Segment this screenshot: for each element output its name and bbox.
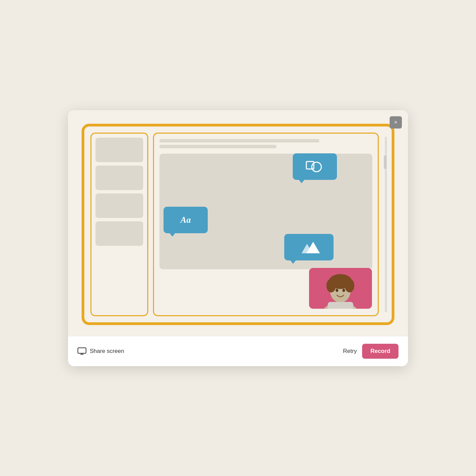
- content-line-2: [159, 145, 276, 148]
- inner-sidebar: [90, 133, 148, 316]
- bubble-image: [284, 234, 334, 260]
- content-line-1: [159, 139, 319, 142]
- toolbar: Share screen Retry Record: [68, 336, 408, 366]
- svg-point-14: [342, 289, 345, 292]
- person-illustration: [309, 268, 372, 309]
- bubble-shapes: [293, 153, 337, 180]
- sidebar-block-4: [96, 221, 143, 246]
- mountains-icon: [298, 240, 320, 255]
- modal-body: ×: [68, 110, 408, 336]
- svg-point-12: [339, 275, 350, 285]
- retry-button[interactable]: Retry: [343, 348, 357, 355]
- toolbar-right: Retry Record: [343, 344, 398, 359]
- screen-frame: Aa: [82, 124, 394, 325]
- sidebar-block-2: [96, 166, 143, 190]
- modal-card: ×: [68, 110, 408, 366]
- svg-rect-16: [78, 348, 86, 353]
- sidebar-block-1: [96, 138, 143, 162]
- svg-point-13: [336, 289, 338, 292]
- share-screen-label: Share screen: [90, 348, 124, 355]
- text-icon: Aa: [181, 215, 191, 225]
- close-icon: ×: [394, 119, 397, 125]
- close-button[interactable]: ×: [390, 116, 402, 129]
- webcam-person: [309, 268, 372, 309]
- svg-rect-15: [328, 302, 353, 309]
- bubble-text: Aa: [164, 207, 208, 233]
- shapes-icon: [306, 159, 324, 174]
- retry-label: Retry: [343, 348, 357, 354]
- share-screen-button[interactable]: Share screen: [78, 347, 124, 355]
- svg-point-1: [312, 162, 321, 172]
- sidebar-block-3: [96, 193, 143, 218]
- monitor-icon: [78, 347, 86, 355]
- record-label: Record: [370, 348, 390, 354]
- content-lines: [159, 139, 372, 148]
- svg-rect-0: [306, 162, 314, 169]
- webcam-overlay: [309, 268, 372, 309]
- scrollbar-thumb: [384, 155, 387, 169]
- record-button[interactable]: Record: [362, 344, 398, 359]
